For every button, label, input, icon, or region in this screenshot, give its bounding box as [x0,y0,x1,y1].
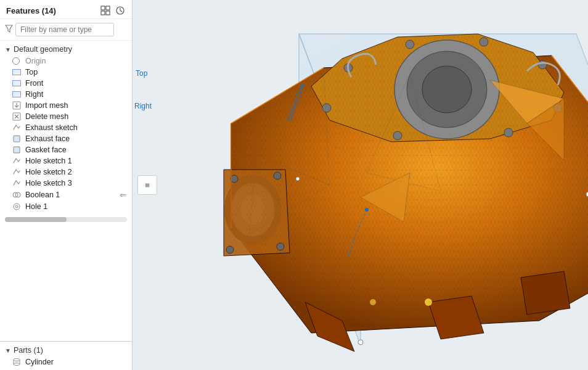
front-label: Front [25,79,43,88]
tree-item-hole-1[interactable]: Hole 1 [0,201,132,212]
sidebar-bottom: ▼ Parts (1) Cylinder [0,341,132,370]
hole-sketch-1-label: Hole sketch 1 [25,157,72,165]
top-label: Top [25,68,38,76]
parts-label: Parts (1) [14,346,43,355]
front-plane-icon [12,80,22,86]
svg-point-16 [15,205,18,208]
svg-point-17 [14,359,20,361]
sidebar-header: Features (14) [0,0,132,19]
component-icon[interactable] [100,5,111,16]
header-icons [100,5,126,16]
tree-item-top[interactable]: Top [0,67,132,78]
top-plane-icon [12,69,22,75]
svg-rect-0 [101,6,105,10]
history-icon[interactable] [115,5,126,16]
svg-rect-11 [14,136,20,142]
svg-point-28 [480,38,488,46]
gasket-face-label: Gasket face [25,146,67,154]
scrollbar-track[interactable] [5,217,127,222]
svg-point-31 [504,128,513,137]
tree-item-gasket-face[interactable]: Gasket face [0,144,132,155]
feature-tree: ▼ Default geometry Origin Top Front [0,41,132,341]
hole-sketch-3-label: Hole sketch 3 [25,179,72,187]
list-toolbar-button[interactable]: ≡ [140,178,155,192]
exhaust-sketch-label: Exhaust sketch [25,123,78,132]
exhaust-sketch-icon [12,123,22,132]
svg-point-41 [425,298,432,306]
tree-item-delete-mesh[interactable]: Delete mesh [0,111,132,122]
svg-point-27 [406,40,414,49]
origin-label: Origin [25,57,46,65]
svg-point-32 [393,131,402,140]
viewport-toolbar: ≡ [137,175,157,195]
right-plane-icon [12,91,22,97]
svg-rect-1 [106,6,110,10]
hole-sketch-3-icon [12,179,22,187]
svg-point-20 [14,363,20,366]
sidebar: Features (14) [0,0,133,370]
cylinder-icon [12,358,22,366]
default-geometry-group[interactable]: ▼ Default geometry [0,43,132,56]
svg-point-29 [538,60,547,69]
svg-point-38 [274,172,281,179]
delete-mesh-label: Delete mesh [25,112,68,121]
origin-icon [12,57,22,65]
svg-marker-5 [6,25,12,32]
svg-point-42 [370,299,376,305]
scrollbar-area [0,212,132,227]
svg-point-46 [296,177,300,181]
tree-item-exhaust-sketch[interactable]: Exhaust sketch [0,122,132,133]
parts-chevron-icon: ▼ [5,347,11,354]
tree-item-hole-sketch-3[interactable]: Hole sketch 3 [0,178,132,189]
tree-item-hole-sketch-1[interactable]: Hole sketch 1 [0,155,132,166]
svg-point-25 [422,66,472,113]
import-mesh-icon [12,101,22,110]
filter-input[interactable] [15,23,114,36]
hole-sketch-1-icon [12,157,22,165]
tree-item-hole-sketch-2[interactable]: Hole sketch 2 [0,166,132,178]
cylinder-label: Cylinder [25,358,54,366]
svg-point-39 [277,243,284,250]
delete-mesh-icon [12,112,22,121]
filter-icon [5,25,13,35]
svg-rect-12 [14,147,20,153]
svg-point-43 [365,208,369,212]
tree-item-boolean-1[interactable]: Boolean 1 ⇐ [0,189,132,201]
import-mesh-label: Import mesh [25,101,68,110]
chevron-icon: ▼ [5,46,11,53]
svg-point-33 [322,104,331,112]
hole-1-icon [12,202,22,211]
svg-point-45 [358,340,363,345]
hole-sketch-2-label: Hole sketch 2 [25,168,72,176]
model-3d-view [133,0,588,370]
hole-sketch-2-icon [12,168,22,176]
svg-rect-2 [101,11,105,15]
svg-point-40 [226,246,234,253]
exhaust-face-label: Exhaust face [25,134,70,143]
exhaust-face-icon [12,134,22,143]
main-viewport[interactable]: Top Right Exhaust face ≡ [133,0,588,370]
boolean-1-label: Boolean 1 [25,191,60,199]
tree-item-import-mesh[interactable]: Import mesh [0,100,132,111]
default-geometry-label: Default geometry [14,45,72,54]
boolean-icon [12,191,22,199]
svg-point-37 [231,175,238,183]
boolean-arrow-icon: ⇐ [120,190,127,200]
sidebar-title: Features (14) [6,6,56,15]
tree-item-cylinder[interactable]: Cylinder [0,356,132,368]
svg-point-15 [14,204,20,210]
filter-row [0,19,132,41]
tree-item-origin[interactable]: Origin [0,56,132,67]
tree-item-front[interactable]: Front [0,78,132,89]
parts-group[interactable]: ▼ Parts (1) [0,344,132,356]
hole-1-label: Hole 1 [25,202,47,211]
tree-item-right[interactable]: Right [0,89,132,100]
tree-item-exhaust-face[interactable]: Exhaust face [0,133,132,144]
gasket-face-icon [12,146,22,154]
svg-rect-3 [106,11,110,15]
scrollbar-thumb[interactable] [5,217,67,222]
right-label: Right [25,90,43,99]
